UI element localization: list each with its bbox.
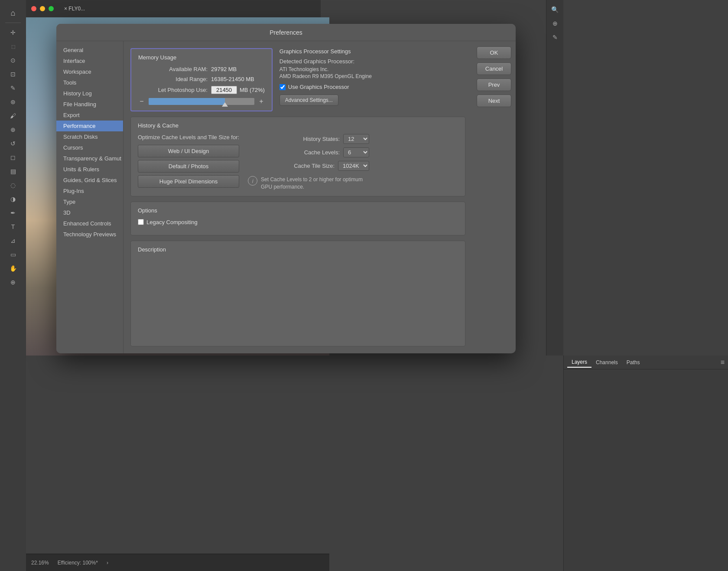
history-cache-row: Optimize Cache Levels and Tile Size for:… [138,134,458,191]
crop-tool-icon[interactable]: ⊡ [7,68,19,80]
hand-tool-icon[interactable]: ✋ [7,262,19,274]
sidebar-item-transparency-gamut[interactable]: Transparency & Gamut [56,153,123,164]
ideal-range-value: 16385-21450 MB [211,76,254,82]
layers-panel-menu-icon[interactable]: ≡ [721,359,725,366]
sidebar-item-plug-ins[interactable]: Plug-Ins [56,186,123,196]
stamp-tool-icon[interactable]: ⊕ [7,124,19,136]
memory-value-input[interactable] [211,86,237,94]
sidebar-item-type[interactable]: Type [56,196,123,207]
panel-tool3-icon[interactable]: ✎ [549,31,561,43]
sidebar-item-enhanced-controls[interactable]: Enhanced Controls [56,218,123,229]
memory-usage-title: Memory Usage [138,54,265,61]
history-cache-title: History & Cache [138,122,458,129]
description-content [138,258,458,293]
home-tool-icon[interactable]: ⌂ [7,7,19,19]
zoom-tool-icon[interactable]: ⊕ [7,276,19,288]
available-ram-label: Available RAM: [138,66,208,72]
efficiency-status: Efficiency: 100%* [58,560,98,566]
next-button[interactable]: Next [477,95,511,107]
sidebar-item-history-log[interactable]: History Log [56,88,123,99]
ps-canvas-titlebar: × FLY0... [26,0,321,17]
cache-tile-row: Cache Tile Size: 1024K 128K 256K 512K [248,161,369,171]
minimize-window-dot[interactable] [40,6,45,11]
move-tool-icon[interactable]: ✛ [7,26,19,39]
sidebar-item-file-handling[interactable]: File Handling [56,99,123,110]
ok-button[interactable]: OK [477,46,511,59]
cache-info-text: Set Cache Levels to 2 or higher for opti… [261,176,369,191]
advanced-settings-button[interactable]: Advanced Settings... [280,95,338,106]
lasso-tool-icon[interactable]: ⊙ [7,54,19,66]
panel-magnify-icon[interactable]: ⊕ [549,17,561,29]
legacy-compositing-checkbox[interactable] [138,219,144,225]
let-photoshop-label: Let Photoshop Use: [138,87,208,93]
memory-slider-track[interactable] [149,98,254,105]
sidebar-item-workspace[interactable]: Workspace [56,66,123,77]
memory-usage-section: Memory Usage Available RAM: 29792 MB Ide… [130,48,273,111]
sidebar-item-guides-grid-slices[interactable]: Guides, Grid & Slices [56,175,123,186]
cache-tile-select[interactable]: 1024K 128K 256K 512K [338,161,369,171]
cancel-button[interactable]: Cancel [477,62,511,75]
sidebar-item-general[interactable]: General [56,45,123,55]
sidebar-item-interface[interactable]: Interface [56,55,123,66]
close-window-dot[interactable] [31,6,36,11]
cache-info-icon: i [248,176,257,186]
cache-levels-select[interactable]: 6 2 4 8 [343,147,369,157]
tab-paths[interactable]: Paths [622,358,644,367]
select-tool-icon[interactable]: ⬚ [7,40,19,52]
prev-button[interactable]: Prev [477,78,511,91]
legacy-compositing-row: Legacy Compositing [138,219,458,225]
gpu-title: Graphics Processor Settings [280,48,465,55]
gpu-name-line1: ATI Technologies Inc. [280,66,465,72]
sidebar-item-tools[interactable]: Tools [56,77,123,88]
available-ram-value: 29792 MB [211,66,237,72]
healing-tool-icon[interactable]: ⊛ [7,96,19,108]
tab-channels[interactable]: Channels [592,358,622,367]
sidebar-item-performance[interactable]: Performance [56,121,123,131]
brush-tool-icon[interactable]: 🖌 [7,110,19,122]
blur-tool-icon[interactable]: ◌ [7,179,19,191]
cache-levels-row: Cache Levels: 6 2 4 8 [248,147,369,157]
history-states-select[interactable]: 12 20 50 100 [343,134,369,144]
memory-unit-label: MB (72%) [240,87,265,93]
let-photoshop-row: Let Photoshop Use: MB (72%) [138,86,265,94]
cache-levels-label: Cache Levels: [304,149,340,156]
preferences-sidebar: General Interface Workspace Tools Histor… [56,41,124,353]
gradient-tool-icon[interactable]: ▤ [7,165,19,177]
maximize-window-dot[interactable] [49,6,54,11]
sidebar-item-export[interactable]: Export [56,110,123,121]
huge-pixel-button[interactable]: Huge Pixel Dimensions [138,175,239,188]
pen-tool-icon[interactable]: ✒ [7,207,19,219]
cache-optimize-col: Optimize Cache Levels and Tile Size for:… [138,134,239,191]
description-section: Description [130,241,465,346]
dialog-titlebar: Preferences [56,24,516,41]
tab-layers[interactable]: Layers [567,357,592,368]
sidebar-item-3d[interactable]: 3D [56,207,123,218]
use-gpu-checkbox[interactable] [280,84,286,90]
ps-left-toolbar: ⌂ ✛ ⬚ ⊙ ⊡ ✎ ⊛ 🖌 ⊕ ↺ ◻ ▤ ◌ ◑ ✒ T ⊿ ▭ ✋ ⊕ [0,0,26,571]
zoom-level: 22.16% [31,560,49,566]
default-photos-button[interactable]: Default / Photos [138,160,239,173]
status-arrow: › [107,560,108,566]
panel-search-icon[interactable]: 🔍 [549,3,561,16]
eyedropper-tool-icon[interactable]: ✎ [7,82,19,94]
history-states-row: History States: 12 20 50 100 [248,134,369,144]
legacy-compositing-label: Legacy Compositing [146,219,198,225]
slider-decrease-icon[interactable]: − [138,98,145,105]
sidebar-item-cursors[interactable]: Cursors [56,142,123,153]
cache-settings-col: History States: 12 20 50 100 Cache Level… [248,134,369,191]
web-ui-design-button[interactable]: Web / UI Design [138,145,239,157]
text-tool-icon[interactable]: T [7,221,19,233]
sidebar-item-technology-previews[interactable]: Technology Previews [56,229,123,240]
memory-slider-thumb [222,102,228,107]
dodge-tool-icon[interactable]: ◑ [7,193,19,205]
options-section: Options Legacy Compositing [130,202,465,235]
shape-tool-icon[interactable]: ▭ [7,248,19,261]
path-tool-icon[interactable]: ⊿ [7,235,19,247]
gpu-detected-label: Detected Graphics Processor: [280,58,465,65]
sidebar-item-units-rulers[interactable]: Units & Rulers [56,164,123,175]
history-tool-icon[interactable]: ↺ [7,137,19,150]
sidebar-item-scratch-disks[interactable]: Scratch Disks [56,131,123,142]
slider-increase-icon[interactable]: + [258,98,265,105]
ps-status-bar: 22.16% Efficiency: 100%* › [26,554,329,571]
eraser-tool-icon[interactable]: ◻ [7,151,19,163]
